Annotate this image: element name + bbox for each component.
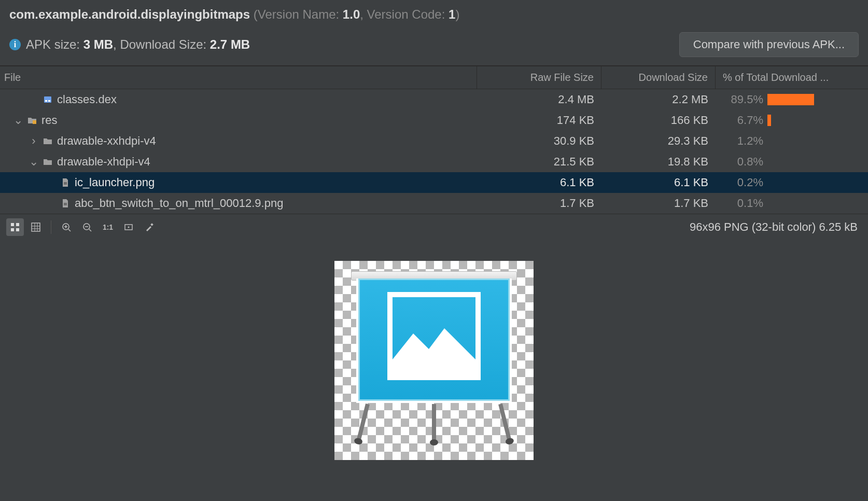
raw-size: 30.9 KB bbox=[477, 134, 601, 148]
version-code: 1 bbox=[449, 7, 455, 21]
package-line: com.example.android.displayingbitmaps (V… bbox=[9, 7, 859, 22]
version-name: 1.0 bbox=[343, 7, 360, 21]
file-name: classes.dex bbox=[57, 93, 117, 106]
raw-size: 2.4 MB bbox=[477, 93, 601, 106]
folder-icon bbox=[43, 136, 53, 146]
percent-label: 89.5% bbox=[723, 93, 763, 106]
percent-label: 6.7% bbox=[723, 114, 763, 127]
chevron-icon[interactable]: › bbox=[29, 134, 38, 148]
raw-size: 174 KB bbox=[477, 114, 601, 127]
svg-rect-10 bbox=[32, 223, 40, 231]
chevron-icon[interactable]: ⌄ bbox=[13, 114, 23, 127]
table-row[interactable]: abc_btn_switch_to_on_mtrl_00012.9.png1.7… bbox=[0, 193, 868, 214]
col-rawsize[interactable]: Raw File Size bbox=[477, 66, 601, 89]
file-name: abc_btn_switch_to_on_mtrl_00012.9.png bbox=[75, 197, 283, 210]
version-name-label: Version Name: bbox=[258, 7, 339, 21]
chevron-icon[interactable]: ⌄ bbox=[29, 155, 38, 169]
color-picker-icon[interactable] bbox=[141, 218, 158, 236]
raw-size: 21.5 KB bbox=[477, 155, 601, 169]
svg-rect-8 bbox=[11, 228, 14, 231]
percent-label: 0.2% bbox=[723, 176, 763, 189]
svg-line-16 bbox=[68, 229, 71, 231]
raw-size: 6.1 KB bbox=[477, 176, 601, 189]
svg-rect-24 bbox=[150, 223, 153, 226]
preview-info: 96x96 PNG (32-bit color) 6.25 kB bbox=[690, 220, 862, 234]
easel-board bbox=[356, 279, 512, 403]
file-name: ic_launcher.png bbox=[75, 176, 155, 189]
table-row[interactable]: ⌄drawable-xhdpi-v421.5 KB19.8 KB0.8% bbox=[0, 151, 868, 172]
version-code-label: Version Code: bbox=[367, 7, 445, 21]
svg-rect-6 bbox=[11, 223, 14, 226]
file-name: drawable-xxhdpi-v4 bbox=[57, 134, 156, 148]
download-size: 29.3 KB bbox=[601, 134, 716, 148]
svg-rect-4 bbox=[64, 182, 67, 185]
download-size: 19.8 KB bbox=[601, 155, 716, 169]
download-size: 166 KB bbox=[601, 114, 716, 127]
svg-rect-9 bbox=[16, 228, 19, 231]
easel-legs bbox=[366, 404, 502, 446]
table-header: File Raw File Size Download Size % of To… bbox=[0, 66, 868, 89]
download-size: 2.2 MB bbox=[601, 93, 716, 106]
bounds-icon[interactable] bbox=[120, 218, 137, 236]
zoom-out-icon[interactable] bbox=[78, 218, 96, 236]
table-row[interactable]: ⌄res174 KB166 KB6.7% bbox=[0, 110, 868, 131]
svg-rect-3 bbox=[33, 120, 36, 124]
svg-rect-2 bbox=[48, 100, 50, 102]
col-percent[interactable]: % of Total Download ... bbox=[716, 66, 868, 89]
svg-rect-1 bbox=[45, 100, 47, 102]
compare-button[interactable]: Compare with previous APK... bbox=[679, 32, 859, 57]
raw-size: 1.7 KB bbox=[477, 197, 601, 210]
fit-zoom-icon[interactable] bbox=[6, 218, 24, 236]
folder-icon bbox=[43, 157, 53, 167]
percent-label: 0.8% bbox=[723, 155, 763, 169]
checker-background bbox=[334, 261, 534, 460]
preview-toolbar: 1:1 bbox=[6, 218, 158, 236]
table-row[interactable]: ›drawable-xxhdpi-v430.9 KB29.3 KB1.2% bbox=[0, 131, 868, 151]
table-row[interactable]: classes.dex2.4 MB2.2 MB89.5% bbox=[0, 89, 868, 110]
download-size: 1.7 KB bbox=[601, 197, 716, 210]
file-icon bbox=[60, 177, 71, 188]
table-row[interactable]: ic_launcher.png6.1 KB6.1 KB0.2% bbox=[0, 172, 868, 193]
size-text: APK size: 3 MB, Download Size: 2.7 MB bbox=[26, 37, 250, 52]
percent-label: 1.2% bbox=[723, 134, 763, 148]
file-table: classes.dex2.4 MB2.2 MB89.5%⌄res174 KB16… bbox=[0, 89, 868, 214]
info-icon: i bbox=[9, 39, 21, 50]
zoom-in-icon[interactable] bbox=[58, 218, 75, 236]
file-name: drawable-xhdpi-v4 bbox=[57, 155, 150, 169]
percent-label: 0.1% bbox=[723, 197, 763, 210]
dex-icon bbox=[43, 94, 53, 105]
col-file[interactable]: File bbox=[0, 66, 477, 89]
svg-point-23 bbox=[128, 227, 130, 228]
resfolder-icon bbox=[27, 115, 37, 126]
separator bbox=[51, 220, 51, 234]
percent-bar bbox=[767, 115, 771, 126]
file-name: res bbox=[41, 114, 58, 127]
grid-icon[interactable] bbox=[27, 218, 45, 236]
svg-rect-0 bbox=[44, 96, 51, 103]
mountain-icon bbox=[393, 297, 475, 375]
svg-line-20 bbox=[89, 229, 91, 231]
svg-rect-7 bbox=[16, 223, 19, 226]
image-preview[interactable] bbox=[0, 240, 868, 501]
package-name: com.example.android.displayingbitmaps bbox=[9, 7, 250, 21]
percent-bar bbox=[767, 94, 814, 105]
download-size: 6.1 KB bbox=[601, 176, 716, 189]
actual-size-icon[interactable]: 1:1 bbox=[99, 218, 117, 236]
picture-frame bbox=[387, 292, 481, 380]
svg-rect-5 bbox=[64, 203, 67, 205]
col-dlsize[interactable]: Download Size bbox=[601, 66, 716, 89]
file-icon bbox=[60, 198, 71, 208]
